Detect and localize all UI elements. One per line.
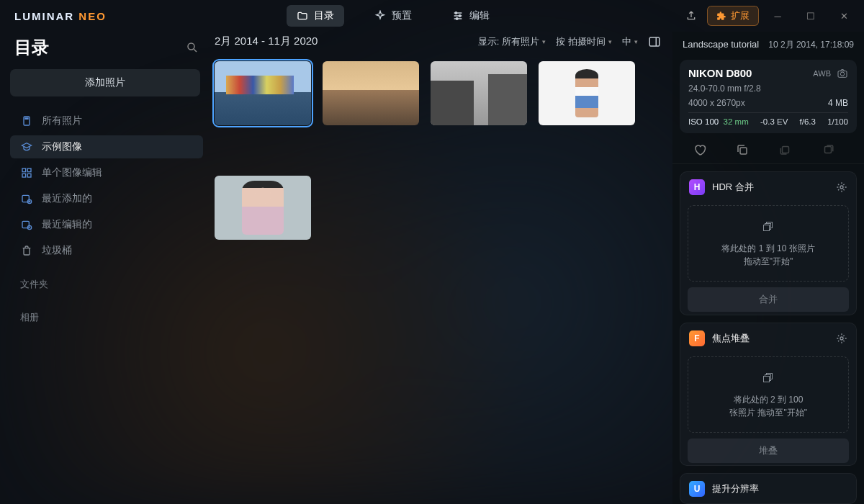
- chevron-down-icon: ▾: [608, 38, 612, 45]
- svg-point-3: [188, 43, 194, 50]
- main-content: 2月 2014 - 11月 2020 显示: 所有照片 ▾ 按 拍摄时间 ▾ 中…: [209, 32, 672, 504]
- sidebar: 目录 添加照片 所有照片 示例图像 单个图像编辑 最近添加的: [0, 32, 209, 504]
- hdr-merge-button[interactable]: 合并: [688, 287, 849, 312]
- svg-point-0: [455, 12, 457, 14]
- svg-point-21: [840, 337, 843, 340]
- filesize: 4 MB: [828, 98, 848, 108]
- nav-single-edit[interactable]: 单个图像编辑: [10, 161, 203, 184]
- chevron-down-icon: ▾: [634, 38, 638, 45]
- tab-catalog[interactable]: 目录: [287, 5, 344, 27]
- graduation-icon: [20, 140, 33, 153]
- svg-point-20: [840, 186, 843, 189]
- nav-recent-edited[interactable]: 最近编辑的: [10, 213, 203, 236]
- svg-rect-5: [25, 118, 28, 119]
- nav-sample-images[interactable]: 示例图像: [10, 135, 203, 158]
- hdr-badge-icon: H: [689, 179, 705, 195]
- nav-recent-added[interactable]: 最近添加的: [10, 187, 203, 210]
- focus-settings-button[interactable]: [836, 333, 847, 344]
- panel-hdr: H HDR 合并 🗇 将此处的 1 到 10 张照片 拖动至"开始" 合并: [680, 171, 857, 315]
- sort-dropdown[interactable]: 按 拍摄时间 ▾: [556, 35, 612, 48]
- search-icon: [186, 41, 199, 54]
- section-folders[interactable]: 文件夹: [10, 265, 203, 295]
- window-maximize[interactable]: ☐: [796, 6, 825, 26]
- next-button[interactable]: [822, 143, 843, 156]
- camera-model: NIKON D800: [688, 67, 752, 79]
- svg-point-2: [456, 18, 458, 20]
- filter-show[interactable]: 显示: 所有照片 ▾: [478, 35, 546, 48]
- photo-grid: [215, 61, 672, 125]
- images-icon: 🗇: [696, 219, 841, 236]
- recent-edit-icon: [20, 218, 33, 231]
- photo-thumbnail[interactable]: [431, 61, 527, 125]
- copy-button[interactable]: [736, 143, 757, 156]
- hdr-drop-zone[interactable]: 🗇 将此处的 1 到 10 张照片 拖动至"开始": [688, 205, 849, 282]
- share-icon: [685, 10, 697, 22]
- svg-rect-18: [782, 147, 788, 153]
- favorite-button[interactable]: [693, 143, 715, 156]
- grid-icon: [20, 166, 33, 179]
- photo-thumbnail[interactable]: [323, 61, 419, 125]
- add-photos-button[interactable]: 添加照片: [10, 69, 200, 96]
- panel-focus: F 焦点堆叠 🗇 将此处的 2 到 100 张照片 拖动至"开始" 堆叠: [680, 323, 857, 467]
- gear-icon: [836, 333, 847, 344]
- aperture: f/6.3: [800, 117, 816, 126]
- sidebar-title: 目录: [14, 36, 49, 59]
- upscale-badge-icon: U: [689, 481, 705, 497]
- dimensions: 4000 x 2670px: [688, 98, 745, 108]
- prev-button[interactable]: [779, 143, 801, 156]
- focus-drop-zone[interactable]: 🗇 将此处的 2 到 100 张照片 拖动至"开始": [688, 356, 849, 433]
- folder-icon: [297, 10, 308, 22]
- svg-rect-17: [740, 148, 747, 154]
- extensions-button[interactable]: 扩展: [707, 6, 759, 26]
- nav-all-photos[interactable]: 所有照片: [10, 109, 203, 132]
- photo-thumbnail[interactable]: [215, 61, 311, 125]
- gear-icon: [836, 181, 847, 193]
- images-icon: 🗇: [696, 370, 841, 387]
- svg-point-16: [840, 72, 844, 76]
- photo-filename: Landscape tutorial: [683, 39, 764, 50]
- date-range[interactable]: 2月 2014 - 11月 2020: [215, 35, 318, 48]
- focus-stack-button[interactable]: 堆叠: [688, 438, 849, 463]
- lens-info: 24.0-70.0 mm f/2.8: [688, 84, 848, 94]
- svg-rect-14: [649, 37, 660, 46]
- svg-rect-9: [27, 174, 31, 177]
- search-button[interactable]: [186, 41, 199, 54]
- view-mode-button[interactable]: [648, 35, 661, 48]
- titlebar: LUMINAR NEO 目录 预置 编辑 扩展 ─: [0, 0, 864, 32]
- right-panel: Landscape tutorial 10 2月 2014, 17:18:09 …: [672, 32, 864, 504]
- layout-icon: [648, 35, 661, 48]
- photo-thumbnail[interactable]: [539, 61, 635, 125]
- share-button[interactable]: [680, 6, 703, 26]
- copy-icon: [736, 143, 749, 156]
- sparkle-icon: [374, 10, 386, 22]
- awb-label: AWB: [813, 69, 831, 78]
- sliders-icon: [452, 10, 464, 22]
- section-albums[interactable]: 相册: [10, 298, 203, 328]
- toolbar: 2月 2014 - 11月 2020 显示: 所有照片 ▾ 按 拍摄时间 ▾ 中…: [209, 32, 672, 55]
- app-logo: LUMINAR NEO: [14, 10, 107, 22]
- window-close[interactable]: ✕: [829, 6, 858, 26]
- heart-icon: [693, 143, 706, 156]
- panel-upscale: U 提升分辨率: [680, 473, 857, 504]
- svg-rect-19: [825, 147, 832, 153]
- photo-datetime: 10 2月 2014, 17:18:09: [768, 39, 854, 51]
- shutter-speed: 1/100: [827, 117, 848, 126]
- puzzle-icon: [716, 11, 726, 21]
- tab-presets[interactable]: 预置: [364, 5, 422, 27]
- recent-add-icon: [20, 192, 33, 205]
- hdr-settings-button[interactable]: [836, 181, 847, 193]
- camera-icon: [837, 68, 848, 79]
- svg-rect-6: [22, 168, 26, 172]
- tab-edit[interactable]: 编辑: [442, 5, 500, 27]
- trash-icon: [20, 244, 33, 257]
- photo-thumbnail[interactable]: [215, 176, 311, 240]
- stack-prev-icon: [779, 143, 792, 156]
- metadata-card: NIKON D800 AWB 24.0-70.0 mm f/2.8 4000 x…: [680, 60, 857, 133]
- focus-badge-icon: F: [689, 330, 705, 346]
- svg-rect-7: [27, 168, 31, 172]
- exposure-value: -0.3 EV: [760, 117, 788, 126]
- window-minimize[interactable]: ─: [763, 6, 792, 26]
- size-dropdown[interactable]: 中 ▾: [622, 35, 638, 48]
- nav-trash[interactable]: 垃圾桶: [10, 239, 203, 262]
- svg-rect-8: [22, 174, 26, 177]
